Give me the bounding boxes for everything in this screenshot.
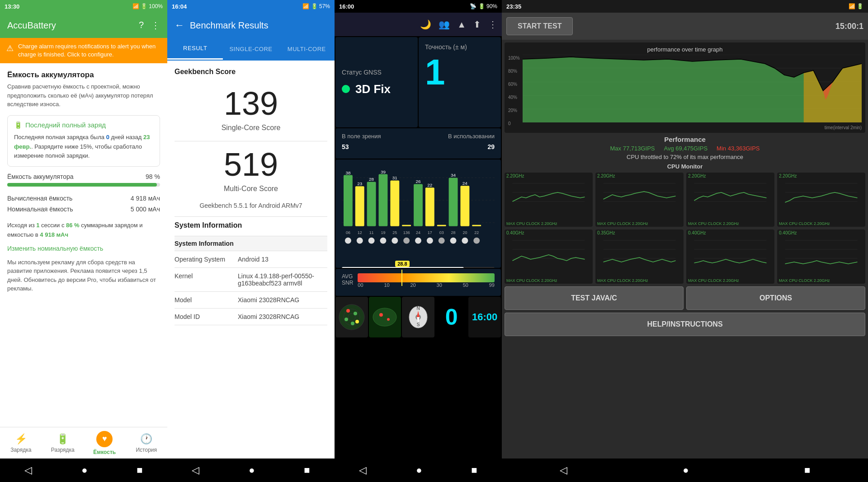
info-table: System Information Operating System Andr… <box>175 236 327 325</box>
home-button-4[interactable]: ● <box>683 464 689 476</box>
people-icon[interactable]: 👥 <box>439 19 450 30</box>
tab-single-core[interactable]: SINGLE-CORE <box>223 38 278 60</box>
toolbar-1: AccuBattery ? ⋮ <box>0 13 167 38</box>
benchmark-content: Geekbench Score 139 Single-Core Score 51… <box>167 61 335 459</box>
home-button-3[interactable]: ● <box>416 464 422 476</box>
snr-scale: 001020305099 <box>358 282 495 288</box>
battery-capacity-row: Ёмкость аккумулятора 98 % <box>7 173 160 180</box>
svg-point-54 <box>355 320 359 323</box>
cpu-core-2: 2.20GHz MAX CPU CLOCK 2.20GHz <box>595 173 684 227</box>
core3-bottom-label: MAX CPU CLOCK 2.20GHz <box>688 221 739 226</box>
info-row-os: Operating System Android 13 <box>175 251 327 268</box>
section-title-1: Ёмкость аккумулятора <box>7 70 160 80</box>
core2-graph <box>597 174 682 211</box>
world-map-icon[interactable] <box>369 297 401 337</box>
nav-discharge[interactable]: 🔋 Разрядка <box>42 427 84 459</box>
in-view-value: 53 <box>342 143 349 150</box>
back-button-1[interactable]: ◁ <box>24 464 32 476</box>
more-icon-3[interactable]: ⋮ <box>488 19 497 30</box>
app-title-2: Benchmark Results <box>190 20 268 31</box>
cpu-core-3: 2.20GHz MAX CPU CLOCK 2.20GHz <box>686 173 774 227</box>
status-time-3: 16:00 <box>339 3 354 10</box>
sys-info-heading: System Information <box>175 221 327 229</box>
gnss-status-label: Статус GNSS <box>342 69 411 76</box>
back-arrow[interactable]: ← <box>175 19 184 31</box>
section-desc-1: Сравнив расчетную ёмкость с проектной, м… <box>7 82 160 109</box>
help-instructions-button[interactable]: HELP/INSTRUCTIONS <box>505 313 865 336</box>
compass-icon[interactable]: N S <box>402 297 434 337</box>
svg-point-41 <box>403 238 410 244</box>
session-info: Исходя из 1 сессии с 86 % суммарным заря… <box>7 221 160 240</box>
svg-text:24: 24 <box>416 230 420 235</box>
last-charge-title: 🔋 Последний полный заряд <box>14 121 153 129</box>
cpu-grid: 2.20GHz MAX CPU CLOCK 2.20GHz 2.20GHz <box>505 173 865 284</box>
battery-progress-inner <box>7 183 157 187</box>
gnss-panel: 16:00 📡 🔋 90% 🌙 👥 ▲ ⬆ ⋮ Статус GNSS 3D F… <box>335 0 502 482</box>
svg-rect-13 <box>379 174 388 226</box>
home-button-2[interactable]: ● <box>249 464 255 476</box>
nav-capacity[interactable]: ♥ Ёмкость <box>84 427 126 459</box>
svg-rect-18 <box>402 225 411 226</box>
perf-avg: Avg 69,475GIPS <box>664 145 708 152</box>
score-divider <box>175 141 327 141</box>
nav-charge[interactable]: ⚡ Зарядка <box>0 427 42 459</box>
gnss-fix-text: 3D Fix <box>355 82 391 96</box>
statusbar-4: 23:35 📶 🔋 <box>502 0 868 13</box>
navigate-icon[interactable]: ▲ <box>457 19 466 30</box>
core8-bottom-label: MAX CPU CLOCK 2.20GHz <box>779 278 830 283</box>
discharge-icon: 🔋 <box>57 433 69 445</box>
nav-history[interactable]: 🕐 История <box>126 427 168 459</box>
back-button-4[interactable]: ◁ <box>560 464 567 476</box>
sky-view-icon[interactable] <box>335 297 368 337</box>
change-nominal-link[interactable]: Изменить номинальную ёмкость <box>7 245 103 252</box>
calculated-capacity-row: Вычисленная ёмкость 4 918 мАч <box>7 193 160 204</box>
gnss-content: Статус GNSS 3D Fix Точность (± м) 1 В по… <box>335 36 502 459</box>
snr-label: AVG SNR <box>342 273 353 286</box>
cpu-core-7: 0.40GHz MAX CPU CLOCK 2.20GHz <box>686 229 774 284</box>
recents-button-2[interactable]: ■ <box>304 464 310 476</box>
cpu-core-8: 0.40GHz MAX CPU CLOCK 2.20GHz <box>777 229 865 284</box>
core6-bottom-label: MAX CPU CLOCK 2.20GHz <box>597 278 648 283</box>
tab-result[interactable]: RESULT <box>167 38 223 60</box>
score-section: Geekbench Score 139 Single-Core Score 51… <box>175 68 327 193</box>
svg-point-42 <box>415 238 421 244</box>
more-icon[interactable]: ⋮ <box>151 20 160 31</box>
home-button-1[interactable]: ● <box>81 464 87 476</box>
moon-icon[interactable]: 🌙 <box>420 19 431 30</box>
status-icons-1: 📶 🔋 100% <box>132 3 163 9</box>
ad-text: Мы используем рекламу для сбора средств … <box>7 258 160 293</box>
svg-rect-4 <box>344 175 353 226</box>
recents-button-1[interactable]: ■ <box>137 464 142 476</box>
cpu-core-4: 2.20GHz MAX CPU CLOCK 2.20GHz <box>777 173 865 227</box>
svg-point-38 <box>368 238 375 244</box>
core2-top-label: 2.20GHz <box>597 173 615 178</box>
nominal-capacity-row: Номинальная ёмкость 5 000 мАч <box>7 204 160 215</box>
help-icon[interactable]: ? <box>139 20 144 31</box>
core6-top-label: 0.35GHz <box>597 230 615 235</box>
core7-graph <box>688 231 773 267</box>
perf-title: Performance <box>505 136 865 143</box>
recents-button-4[interactable]: ■ <box>804 464 810 476</box>
back-button-2[interactable]: ◁ <box>192 464 199 476</box>
single-core-label: Single-Core Score <box>175 124 327 132</box>
core4-bottom-label: MAX CPU CLOCK 2.20GHz <box>779 221 830 226</box>
calculated-label: Вычисленная ёмкость <box>7 195 72 202</box>
test-java-button[interactable]: TEST JAVA/C <box>505 286 684 310</box>
tab-multi-core[interactable]: MULTI-CORE <box>279 38 335 60</box>
core5-top-label: 0.40GHz <box>506 230 524 235</box>
app-title-1: AccuBattery <box>7 20 56 31</box>
statusbar-1: 13:30 📶 🔋 100% <box>0 0 167 13</box>
alert-banner[interactable]: ⚠ Charge alarm requires notifications to… <box>0 38 167 63</box>
svg-text:17: 17 <box>428 230 432 235</box>
bottom-buttons: TEST JAVA/C OPTIONS <box>505 286 865 310</box>
share-icon[interactable]: ⬆ <box>473 19 481 30</box>
back-button-3[interactable]: ◁ <box>359 464 367 476</box>
start-test-button[interactable]: START TEST <box>506 17 573 35</box>
options-button[interactable]: OPTIONS <box>686 286 865 310</box>
svg-text:11: 11 <box>369 230 374 235</box>
gnss-status-card: Статус GNSS 3D Fix <box>335 37 418 127</box>
charge-icon: ⚡ <box>15 433 27 445</box>
recents-button-3[interactable]: ■ <box>471 464 477 476</box>
status-time-1: 13:30 <box>5 3 19 10</box>
compass-svg: N S <box>407 304 429 331</box>
